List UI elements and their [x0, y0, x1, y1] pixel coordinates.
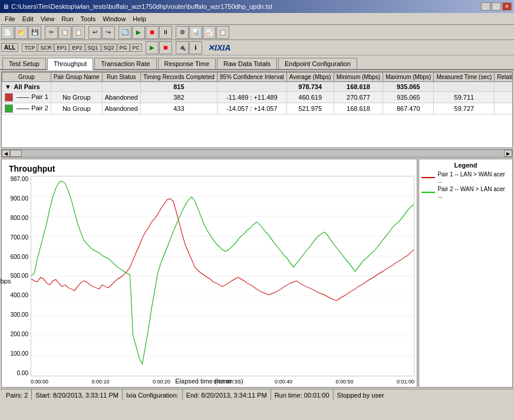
copy-button[interactable]: 📋: [58, 26, 71, 39]
ep2-label[interactable]: EP2: [70, 44, 84, 52]
data-table: Group Pair Group Name Run Status Timing …: [2, 72, 513, 114]
table-button[interactable]: 📋: [216, 26, 229, 39]
pg-label[interactable]: PG: [117, 44, 130, 52]
hscroll-thumb[interactable]: [10, 150, 22, 157]
all-proto-button[interactable]: ALL: [1, 43, 18, 52]
all-pairs-run-status: [102, 82, 140, 92]
col-average: Average (Mbps): [286, 73, 334, 82]
menu-view[interactable]: View: [37, 14, 58, 24]
all-pairs-timing: 815: [140, 82, 217, 92]
config-button[interactable]: ⚙: [176, 26, 189, 39]
tcp-label[interactable]: TCP: [22, 44, 37, 52]
col-confidence: 95% Confidence Interval: [217, 73, 286, 82]
status-ixia: Ixia Configuration:: [123, 389, 183, 401]
hscroll-left[interactable]: ◀: [2, 150, 10, 157]
tab-transaction-rate[interactable]: Transaction Rate: [94, 58, 156, 69]
chart-area: Throughput 987.00 900.00 800.00 700.00 6…: [1, 159, 417, 388]
col-run-status: Run Status: [102, 73, 140, 82]
col-timing-records: Timing Records Completed: [140, 73, 217, 82]
play2-button[interactable]: ▶: [146, 41, 159, 54]
pair2-confidence: -14.057 : +14.057: [217, 103, 286, 114]
sq1-label[interactable]: SQ1: [85, 44, 101, 52]
pair1-confidence: -11.489 : +11.489: [217, 92, 286, 103]
table-row-all[interactable]: ▼ All Pairs 815 978.734 168.618 935.065: [2, 82, 513, 92]
all-pairs-group: ▼ All Pairs: [2, 82, 51, 92]
table-row-pair1[interactable]: —— Pair 1 No Group Abandoned 382 -11.489…: [2, 92, 513, 103]
status-bar: Pairs: 2 Start: 8/20/2013, 3:33:11 PM Ix…: [0, 389, 514, 401]
pair2-timing: 433: [140, 103, 217, 114]
legend-item-pair1[interactable]: Pair 1 -- LAN > WAN acer ...: [421, 171, 510, 184]
minimize-button[interactable]: _: [481, 2, 490, 11]
connect-button[interactable]: 🔌: [176, 41, 189, 54]
redo-button[interactable]: ↪: [102, 26, 115, 39]
pair1-timing: 382: [140, 92, 217, 103]
all-pairs-minimum: 168.618: [334, 82, 383, 92]
col-minimum: Minimum (Mbps): [334, 73, 383, 82]
all-pairs-precision: [495, 82, 513, 92]
refresh-button[interactable]: 🔄: [118, 26, 131, 39]
pair1-icon: [5, 93, 13, 101]
pair2-measured: 59.727: [434, 103, 495, 114]
table-row-pair2[interactable]: —— Pair 2 No Group Abandoned 433 -14.057…: [2, 103, 513, 114]
undo-button[interactable]: ↩: [88, 26, 101, 39]
open-button[interactable]: 📂: [15, 26, 28, 39]
close-button[interactable]: ✕: [502, 2, 512, 11]
legend-item-pair2[interactable]: Pair 2 -- WAN > LAN acer ...: [421, 186, 510, 199]
status-runtime: Run time: 00:01:00: [271, 389, 334, 401]
pair2-run-status: Abandoned: [102, 103, 140, 114]
toolbar-2: ALL TCP SCR EP1 EP2 SQ1 SQ2 PG PC ▶ ⏹ 🔌 …: [0, 40, 514, 55]
tab-response-time[interactable]: Response Time: [158, 58, 216, 69]
data-table-container: Group Pair Group Name Run Status Timing …: [1, 71, 513, 148]
legend-label-pair2: Pair 2 -- WAN > LAN acer ...: [437, 186, 510, 199]
menu-help[interactable]: Help: [129, 14, 150, 24]
chart-button[interactable]: 📈: [203, 26, 216, 39]
app-icon: 🖥: [2, 3, 9, 10]
save-button[interactable]: 💾: [28, 26, 41, 39]
cut-button[interactable]: ✂: [45, 26, 58, 39]
scr-label[interactable]: SCR: [38, 44, 54, 52]
all-pairs-average: 978.734: [286, 82, 334, 92]
pair1-precision: 2.494: [495, 92, 513, 103]
pc-label[interactable]: PC: [130, 44, 143, 52]
menu-window[interactable]: Window: [99, 14, 129, 24]
pair1-measured: 59.711: [434, 92, 495, 103]
all-pairs-maximum: 935.065: [383, 82, 434, 92]
chart-title: Throughput: [4, 164, 414, 173]
hscroll-track[interactable]: [10, 150, 504, 157]
maximize-button[interactable]: □: [492, 2, 501, 11]
pair2-pair-group: No Group: [51, 103, 102, 114]
menu-edit[interactable]: Edit: [19, 14, 37, 24]
ep1-label[interactable]: EP1: [54, 44, 69, 52]
col-group: Group: [2, 73, 51, 82]
new-button[interactable]: 📄: [1, 26, 14, 39]
hscroll-right[interactable]: ▶: [504, 150, 512, 157]
paste-button[interactable]: 📋: [72, 26, 85, 39]
menu-run[interactable]: Run: [58, 14, 77, 24]
run-button[interactable]: ▶: [132, 26, 145, 39]
info-button[interactable]: ℹ: [189, 41, 202, 54]
stats-button[interactable]: 📊: [189, 26, 202, 39]
pause-button[interactable]: ⏸: [159, 26, 172, 39]
sq2-label[interactable]: SQ2: [101, 44, 117, 52]
legend-line-pair2: [421, 192, 435, 193]
pair1-maximum: 935.065: [383, 92, 434, 103]
pair1-average: 460.619: [286, 92, 334, 103]
stop-button[interactable]: ⏹: [146, 26, 159, 39]
chart-wrapper: Throughput 987.00 900.00 800.00 700.00 6…: [1, 159, 513, 388]
stop2-button[interactable]: ⏹: [159, 41, 172, 54]
table-hscroll[interactable]: ◀ ▶: [1, 149, 513, 158]
col-relative-precision: Relative Precision: [495, 73, 513, 82]
tab-endpoint-config[interactable]: Endpoint Configuration: [278, 58, 357, 69]
all-pairs-measured: [434, 82, 495, 92]
pair2-line: [31, 181, 414, 364]
menu-tools[interactable]: Tools: [77, 14, 100, 24]
menu-file[interactable]: File: [1, 14, 19, 24]
pair2-minimum: 168.618: [334, 103, 383, 114]
pair2-maximum: 867.470: [383, 103, 434, 114]
tab-raw-data[interactable]: Raw Data Totals: [217, 58, 277, 69]
pair1-group: —— Pair 1: [2, 92, 51, 103]
legend-area: Legend Pair 1 -- LAN > WAN acer ... Pair…: [419, 159, 513, 388]
tab-test-setup[interactable]: Test Setup: [2, 58, 46, 69]
pair2-group: —— Pair 2: [2, 103, 51, 114]
tab-throughput[interactable]: Throughput: [47, 58, 93, 70]
